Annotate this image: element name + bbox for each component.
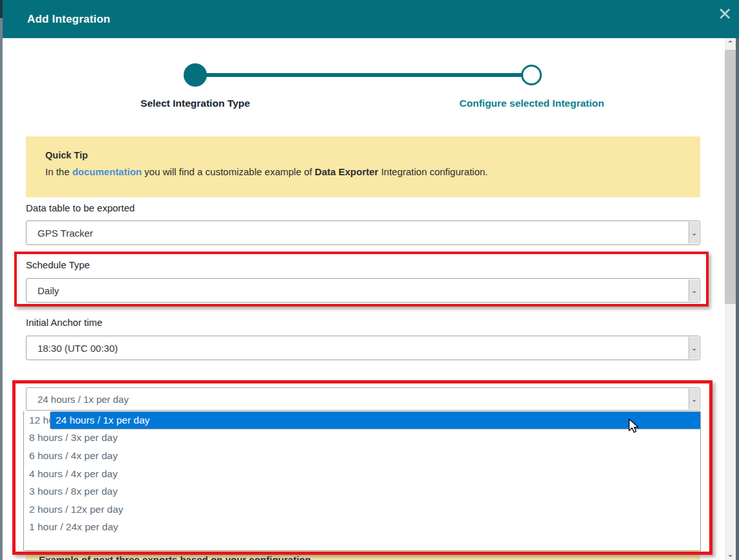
quick-tip-title: Quick Tip	[45, 150, 681, 160]
interval-select[interactable]: 24 hours / 1x per day ⌄	[26, 387, 700, 411]
quick-tip-bold: Data Exporter	[315, 166, 378, 177]
quick-tip-text: In the	[45, 166, 72, 177]
background-edge-left	[0, 18, 3, 560]
chevron-down-icon[interactable]: ⌄	[689, 222, 699, 244]
quick-tip-box: Quick Tip In the documentation you will …	[26, 136, 700, 197]
scrollbar-up-arrow-icon[interactable]: ⌃	[725, 38, 736, 50]
anchor-time-label: Initial Anchor time	[26, 317, 102, 328]
interval-option[interactable]: 6 hours / 4x per day	[24, 447, 700, 465]
vertical-scrollbar[interactable]: ⌃ ⌄	[725, 38, 736, 560]
interval-options-list: 24 hours / 1x per day12 hours / 2x per d…	[23, 411, 701, 551]
modal-header: Add Integration ✕	[3, 0, 739, 38]
step1-label: Select Integration Type	[97, 98, 294, 109]
step2-label: Configure selected Integration	[420, 98, 643, 109]
chevron-down-icon[interactable]: ⌄	[689, 337, 699, 359]
schedule-type-label: Schedule Type	[26, 259, 90, 270]
step1-filled-circle-icon	[184, 63, 207, 87]
close-icon[interactable]: ✕	[716, 5, 734, 23]
interval-value: 24 hours / 1x per day	[37, 388, 129, 410]
interval-option[interactable]: 3 hours / 8x per day	[24, 482, 700, 501]
chevron-down-icon[interactable]: ⌄	[689, 389, 699, 409]
chevron-down-icon[interactable]: ⌄	[689, 279, 699, 301]
interval-option[interactable]: 24 hours / 1x per day	[50, 411, 701, 429]
step2-outline-circle-icon	[521, 65, 542, 85]
example-note-box: Example of next three exports based on y…	[26, 551, 700, 560]
data-table-select[interactable]: GPS Tracker ⌄	[26, 221, 700, 245]
stepper-connector	[195, 73, 531, 77]
anchor-time-select[interactable]: 18:30 (UTC 00:30) ⌄	[26, 336, 700, 360]
quick-tip-text: you will find a customizable example of	[142, 166, 315, 177]
scrollbar-thumb[interactable]	[725, 50, 736, 304]
anchor-time-value: 18:30 (UTC 00:30)	[37, 336, 118, 360]
background-edge-right	[736, 38, 739, 560]
data-table-value: GPS Tracker	[37, 221, 93, 244]
interval-option[interactable]: 2 hours / 12x per day	[24, 501, 700, 519]
interval-option[interactable]: 4 hours / 4x per day	[24, 465, 700, 483]
data-table-label: Data table to be exported	[26, 202, 134, 213]
quick-tip-text: Integration configuration.	[378, 166, 487, 177]
mouse-cursor-icon	[628, 418, 643, 434]
modal-title: Add Integration	[27, 13, 111, 26]
scrollbar-down-arrow-icon[interactable]: ⌄	[725, 548, 736, 560]
schedule-type-select[interactable]: Daily ⌄	[26, 278, 700, 303]
quick-tip-body: In the documentation you will find a cus…	[45, 166, 681, 177]
example-note-text: Example of next three exports based on y…	[39, 554, 311, 560]
interval-option[interactable]: 1 hour / 24x per day	[24, 519, 700, 537]
interval-option[interactable]: 8 hours / 3x per day	[24, 429, 700, 447]
documentation-link[interactable]: documentation	[72, 166, 142, 177]
schedule-type-value: Daily	[37, 279, 59, 302]
add-integration-modal: Add Integration ✕ ⌃ ⌄ Select Integration…	[0, 0, 739, 560]
